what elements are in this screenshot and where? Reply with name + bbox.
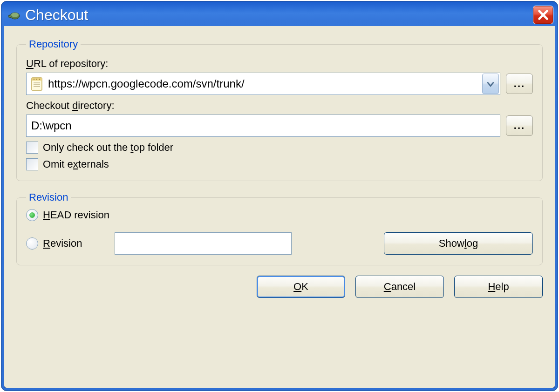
checkbox-icon (26, 158, 38, 170)
revision-legend: Revision (26, 191, 71, 203)
checkout-dir-label: Checkout directory: (26, 100, 533, 112)
checkout-dir-input[interactable]: D:\wpcn (26, 115, 500, 137)
revision-input[interactable] (115, 232, 292, 255)
close-icon (538, 9, 549, 20)
revision-radio[interactable]: Revision (26, 237, 82, 250)
repository-group: Repository URL of repository: (16, 38, 543, 181)
url-browse-button[interactable]: ... (506, 74, 533, 94)
radio-icon (26, 209, 38, 221)
chevron-down-icon (486, 80, 495, 88)
titlebar[interactable]: Checkout (4, 4, 555, 26)
radio-icon (26, 237, 38, 250)
repository-legend: Repository (26, 38, 81, 50)
ok-button[interactable]: OK (257, 276, 345, 298)
help-button[interactable]: Help (454, 276, 543, 298)
checkout-dialog: Checkout Repository URL of repository: (1, 1, 558, 391)
url-combobox[interactable]: https://wpcn.googlecode.com/svn/trunk/ (26, 73, 500, 95)
notepad-icon (30, 76, 43, 91)
close-button[interactable] (533, 6, 553, 24)
dir-browse-button[interactable]: ... (506, 115, 533, 136)
checkbox-icon (26, 142, 38, 154)
url-value: https://wpcn.googlecode.com/svn/trunk/ (48, 77, 481, 90)
url-dropdown-button[interactable] (482, 74, 499, 94)
url-label: URL of repository: (26, 58, 533, 70)
client-area: Repository URL of repository: (4, 26, 555, 388)
omit-externals-checkbox[interactable]: Omit externals (26, 158, 533, 170)
svg-point-8 (39, 79, 40, 80)
omit-externals-label: Omit externals (43, 158, 109, 170)
cancel-button[interactable]: Cancel (355, 276, 444, 298)
svg-point-7 (36, 79, 37, 80)
svg-point-2 (8, 15, 11, 18)
dialog-buttons: OK Cancel Help (16, 276, 543, 298)
show-log-button[interactable]: Show log (384, 232, 533, 255)
svg-point-3 (9, 15, 10, 16)
head-revision-label: HEAD revision (43, 209, 109, 221)
svg-point-1 (11, 13, 19, 17)
top-folder-label: Only check out the top folder (43, 142, 173, 154)
tortoisesvn-icon (7, 9, 20, 20)
revision-label: Revision (43, 237, 82, 250)
head-revision-radio[interactable]: HEAD revision (26, 209, 533, 221)
revision-group: Revision HEAD revision Revision Show log (16, 191, 543, 265)
top-folder-checkbox[interactable]: Only check out the top folder (26, 142, 533, 154)
svg-point-6 (34, 79, 34, 80)
window-title: Checkout (25, 7, 533, 24)
